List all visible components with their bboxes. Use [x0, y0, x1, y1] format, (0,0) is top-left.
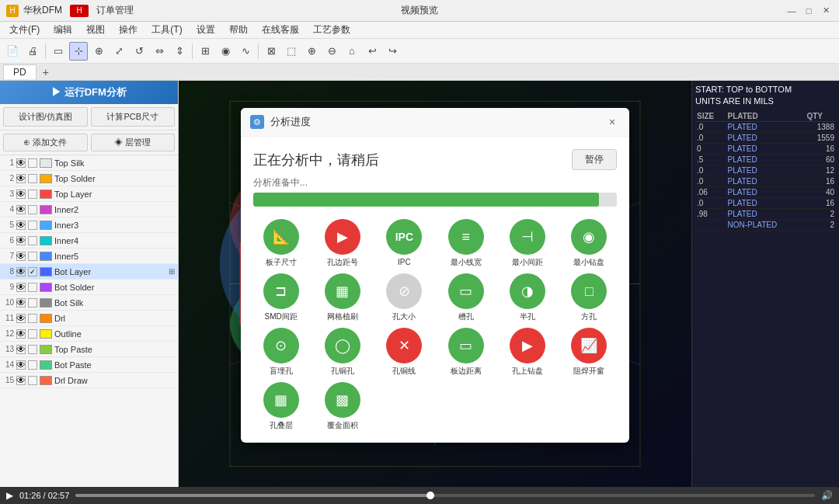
menu-tools[interactable]: 工具(T) [145, 22, 188, 38]
video-progress-track[interactable] [75, 494, 815, 497]
close-button[interactable]: ✕ [819, 4, 833, 18]
dialog-close-button[interactable]: × [604, 114, 620, 130]
analysis-icon-item[interactable]: IPC IPC [377, 219, 432, 267]
layer-checkbox[interactable] [28, 298, 37, 308]
toolbar-select[interactable]: ⊹ [69, 42, 88, 61]
toolbar-flip[interactable]: ⇕ [170, 42, 189, 61]
layer-row[interactable]: 9 👁 Bot Solder [0, 280, 178, 295]
toolbar-via[interactable]: ◉ [216, 42, 235, 61]
layer-row[interactable]: 11 👁 Drl [0, 311, 178, 326]
toolbar-undo[interactable]: ↩ [363, 42, 381, 61]
layer-row[interactable]: 14 👁 Bot Paste [0, 357, 178, 373]
tab-pd[interactable]: PD [3, 64, 37, 79]
layer-checkbox[interactable] [28, 158, 37, 168]
menu-edit[interactable]: 编辑 [47, 22, 78, 38]
layer-row[interactable]: 3 👁 Top Layer [0, 186, 178, 202]
volume-icon[interactable]: 🔊 [821, 490, 833, 501]
analysis-icon-item[interactable]: ▶ 孔上钻盘 [500, 328, 555, 376]
toolbar-layout[interactable]: ⊠ [262, 42, 280, 61]
dfm-analysis-button[interactable]: ▶ 运行DFM分析 [0, 81, 178, 104]
layer-visibility-toggle[interactable]: 👁 [16, 158, 26, 168]
menu-view[interactable]: 视图 [80, 22, 111, 38]
layer-checkbox[interactable] [28, 174, 37, 183]
layer-visibility-toggle[interactable]: 👁 [16, 314, 26, 323]
analysis-icon-item[interactable]: ≡ 最小线宽 [438, 219, 493, 267]
calc-pcb-button[interactable]: 计算PCB尺寸 [91, 107, 176, 127]
toolbar-new[interactable]: 📄 [3, 42, 22, 61]
layer-visibility-toggle[interactable]: 👁 [16, 376, 26, 385]
analysis-icon-item[interactable]: ✕ 孔铜线 [377, 328, 432, 376]
layer-visibility-toggle[interactable]: 👁 [16, 236, 26, 245]
menu-file[interactable]: 文件(F) [3, 22, 46, 38]
layer-checkbox[interactable] [28, 283, 37, 292]
analysis-icon-item[interactable]: ▦ 网格植刷 [315, 273, 370, 322]
layer-manage-button[interactable]: ◈ 层管理 [91, 134, 176, 151]
layer-checkbox[interactable] [28, 345, 37, 354]
layer-visibility-toggle[interactable]: 👁 [16, 267, 26, 276]
add-file-button[interactable]: ⊕ 添加文件 [3, 134, 88, 151]
toolbar-cross[interactable]: ⊕ [89, 42, 108, 61]
menu-operate[interactable]: 操作 [113, 22, 144, 38]
layer-row[interactable]: 12 👁 Outline [0, 326, 178, 342]
layer-row[interactable]: 5 👁 Inner3 [0, 217, 178, 233]
layer-checkbox[interactable]: ✓ [28, 267, 37, 276]
layer-visibility-toggle[interactable]: 👁 [16, 283, 26, 292]
analysis-icon-item[interactable]: 📈 阻焊开窗 [562, 328, 617, 376]
analysis-icon-item[interactable]: ▭ 槽孔 [438, 273, 493, 322]
layer-row[interactable]: 10 👁 Bot Silk [0, 295, 178, 311]
analysis-icon-item[interactable]: ⊣ 最小间距 [500, 219, 555, 267]
analysis-icon-item[interactable]: ▶ 孔边距号 [315, 219, 370, 267]
tab-order[interactable]: 订单管理 [96, 4, 134, 17]
analysis-icon-item[interactable]: ▩ 覆金面积 [315, 382, 370, 430]
layer-row[interactable]: 13 👁 Top Paste [0, 342, 178, 357]
analysis-icon-item[interactable]: ▭ 板边距离 [438, 328, 493, 376]
layer-checkbox[interactable] [28, 376, 37, 385]
toolbar-rotate[interactable]: ↺ [130, 42, 148, 61]
layer-row[interactable]: 2 👁 Top Solder [0, 171, 178, 186]
analysis-icon-item[interactable]: ◉ 最小钻盘 [562, 219, 617, 267]
toolbar-drill[interactable]: ⊞ [196, 42, 214, 61]
layer-visibility-toggle[interactable]: 👁 [16, 360, 26, 370]
layer-visibility-toggle[interactable]: 👁 [16, 252, 26, 261]
menu-process[interactable]: 工艺参数 [307, 22, 357, 38]
toolbar-print[interactable]: 🖨 [23, 42, 42, 61]
layer-checkbox[interactable] [28, 189, 37, 199]
video-progress-dot[interactable] [426, 492, 434, 499]
play-button[interactable]: ▶ [6, 490, 13, 501]
layer-row[interactable]: 1 👁 Top Silk [0, 155, 178, 171]
layer-visibility-toggle[interactable]: 👁 [16, 298, 26, 308]
analysis-icon-item[interactable]: ▦ 孔叠层 [253, 382, 308, 430]
analysis-icon-item[interactable]: ◯ 孔铜孔 [315, 328, 370, 376]
tab-add[interactable]: + [37, 64, 55, 80]
layer-row[interactable]: 7 👁 Inner5 [0, 249, 178, 264]
toolbar-zoom-in[interactable]: ⊕ [302, 42, 321, 61]
minimize-button[interactable]: — [785, 4, 799, 18]
layer-checkbox[interactable] [28, 205, 37, 214]
menu-support[interactable]: 在线客服 [256, 22, 305, 38]
analysis-icon-item[interactable]: 📐 板子尺寸 [253, 219, 308, 267]
toolbar-3d[interactable]: ⬚ [282, 42, 301, 61]
layer-row[interactable]: 8 👁 ✓ Bot Layer ⊞ [0, 264, 178, 280]
toolbar-track[interactable]: ∿ [236, 42, 255, 61]
layer-visibility-toggle[interactable]: 👁 [16, 345, 26, 354]
toolbar-redo[interactable]: ↪ [383, 42, 402, 61]
toolbar-zoom-out[interactable]: ⊖ [322, 42, 341, 61]
pause-button[interactable]: 暂停 [572, 149, 617, 170]
layer-visibility-toggle[interactable]: 👁 [16, 205, 26, 214]
maximize-button[interactable]: □ [802, 4, 816, 18]
toolbar-home[interactable]: ⌂ [343, 42, 361, 61]
layer-visibility-toggle[interactable]: 👁 [16, 329, 26, 339]
analysis-icon-item[interactable]: ⊐ SMD间距 [253, 273, 308, 322]
layer-checkbox[interactable] [28, 252, 37, 261]
toolbar-rect[interactable]: ▭ [49, 42, 68, 61]
layer-visibility-toggle[interactable]: 👁 [16, 221, 26, 230]
menu-settings[interactable]: 设置 [190, 22, 221, 38]
layer-row[interactable]: 15 👁 Drl Draw [0, 373, 178, 388]
menu-help[interactable]: 帮助 [223, 22, 254, 38]
layer-visibility-toggle[interactable]: 👁 [16, 174, 26, 183]
layer-row[interactable]: 4 👁 Inner2 [0, 202, 178, 217]
analysis-icon-item[interactable]: ◑ 半孔 [500, 273, 555, 322]
layer-checkbox[interactable] [28, 329, 37, 339]
design-view-button[interactable]: 设计图/仿真图 [3, 107, 88, 127]
layer-checkbox[interactable] [28, 360, 37, 370]
